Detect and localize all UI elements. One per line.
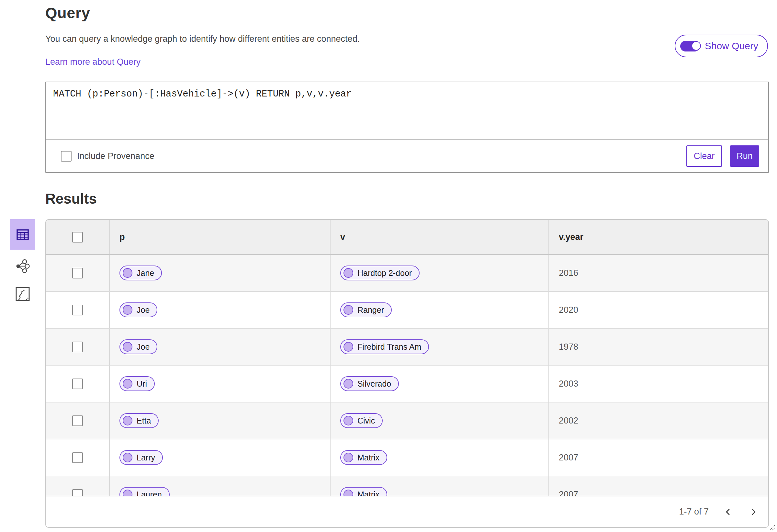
entity-pill-p[interactable]: Joe	[119, 339, 157, 354]
table-row: Joe Firebird Trans Am 1978	[46, 329, 768, 365]
entity-label: Uri	[137, 379, 147, 389]
graph-icon	[15, 259, 30, 273]
table-row: Jane Hardtop 2-door 2016	[46, 255, 768, 292]
node-icon	[343, 305, 353, 315]
node-icon	[123, 490, 132, 496]
entity-label: Silverado	[357, 379, 391, 389]
entity-pill-v[interactable]: Hardtop 2-door	[340, 265, 420, 281]
node-icon	[123, 379, 132, 389]
year-value: 2002	[548, 403, 768, 439]
select-all-checkbox[interactable]	[72, 232, 83, 242]
table-row: Lauren Matrix 2007	[46, 476, 768, 496]
table-icon	[16, 229, 29, 240]
table-row: Joe Ranger 2020	[46, 292, 768, 329]
resize-handle-icon[interactable]	[767, 522, 776, 531]
entity-label: Matrix	[357, 453, 379, 462]
node-icon	[123, 268, 132, 278]
query-panel: MATCH (p:Person)-[:HasVehicle]->(v) RETU…	[45, 82, 769, 173]
entity-pill-p[interactable]: Jane	[119, 265, 162, 281]
query-editor-textarea[interactable]: MATCH (p:Person)-[:HasVehicle]->(v) RETU…	[46, 82, 768, 140]
entity-label: Ranger	[357, 305, 384, 315]
entity-label: Civic	[357, 416, 375, 425]
entity-label: Matrix	[357, 490, 379, 496]
year-value: 1978	[548, 329, 768, 365]
node-icon	[343, 379, 353, 389]
entity-pill-v[interactable]: Matrix	[340, 487, 387, 496]
graph-view-button[interactable]	[10, 255, 35, 278]
node-icon	[343, 453, 353, 462]
query-page: Show Query Query You can query a knowled…	[0, 0, 777, 532]
include-provenance-checkbox[interactable]	[61, 151, 72, 162]
node-icon	[343, 416, 353, 425]
column-header-vyear[interactable]: v.year	[548, 220, 768, 254]
entity-pill-p[interactable]: Uri	[119, 376, 155, 391]
entity-label: Hardtop 2-door	[357, 269, 412, 278]
row-checkbox[interactable]	[72, 489, 83, 496]
toggle-switch-icon[interactable]	[680, 41, 700, 51]
chevron-right-icon	[749, 507, 758, 517]
table-row: Etta Civic 2002	[46, 403, 768, 439]
year-value: 2007	[548, 439, 768, 476]
entity-pill-p[interactable]: Joe	[119, 302, 157, 317]
node-icon	[343, 490, 353, 496]
table-row: Larry Matrix 2007	[46, 439, 768, 476]
pagination-range-label: 1-7 of 7	[679, 507, 709, 517]
show-query-toggle[interactable]: Show Query	[675, 35, 768, 57]
entity-pill-v[interactable]: Matrix	[340, 450, 387, 465]
entity-label: Joe	[137, 342, 149, 352]
page-description: You can query a knowledge graph to ident…	[45, 34, 769, 44]
node-icon	[343, 342, 353, 352]
map-view-button[interactable]	[10, 283, 35, 305]
entity-pill-p[interactable]: Lauren	[119, 487, 170, 496]
run-button[interactable]: Run	[730, 145, 759, 167]
node-icon	[123, 342, 132, 352]
column-header-p[interactable]: p	[109, 220, 330, 254]
table-row: Uri Silverado 2003	[46, 365, 768, 403]
node-icon	[343, 268, 353, 278]
node-icon	[123, 453, 132, 462]
map-icon	[15, 287, 30, 301]
row-checkbox[interactable]	[72, 415, 83, 426]
entity-pill-v[interactable]: Ranger	[340, 302, 392, 317]
entity-pill-p[interactable]: Larry	[119, 450, 163, 465]
node-icon	[123, 305, 132, 315]
table-view-button[interactable]	[10, 219, 35, 250]
row-checkbox[interactable]	[72, 268, 83, 279]
learn-more-link[interactable]: Learn more about Query	[45, 57, 140, 67]
entity-label: Etta	[137, 416, 151, 425]
entity-pill-v[interactable]: Civic	[340, 413, 383, 428]
show-query-label: Show Query	[705, 40, 758, 51]
query-actions-bar: Include Provenance Clear Run	[46, 140, 768, 172]
row-checkbox[interactable]	[72, 342, 83, 352]
entity-label: Joe	[137, 305, 149, 315]
view-switcher-rail	[0, 219, 45, 528]
entity-pill-v[interactable]: Firebird Trans Am	[340, 339, 429, 354]
year-value: 2016	[548, 255, 768, 291]
table-body: Jane Hardtop 2-door 2016 Joe Ranger 2020	[46, 255, 768, 496]
include-provenance-label: Include Provenance	[77, 151, 154, 161]
row-checkbox[interactable]	[72, 379, 83, 389]
entity-pill-p[interactable]: Etta	[119, 413, 158, 428]
chevron-left-icon	[724, 507, 733, 517]
results-title: Results	[45, 191, 769, 207]
clear-button[interactable]: Clear	[686, 145, 722, 167]
results-table: p v v.year Jane Hardtop 2-door 2016 Joe	[45, 219, 769, 528]
column-header-v[interactable]: v	[330, 220, 548, 254]
entity-label: Larry	[137, 453, 155, 462]
page-title: Query	[45, 0, 769, 22]
entity-label: Firebird Trans Am	[357, 342, 421, 352]
entity-label: Lauren	[137, 490, 162, 496]
results-area: p v v.year Jane Hardtop 2-door 2016 Joe	[0, 219, 777, 528]
entity-pill-v[interactable]: Silverado	[340, 376, 399, 391]
table-header-row: p v v.year	[46, 220, 768, 255]
previous-page-button[interactable]	[719, 503, 737, 521]
year-value: 2020	[548, 292, 768, 328]
year-value: 2007	[548, 476, 768, 496]
row-checkbox[interactable]	[72, 305, 83, 315]
entity-label: Jane	[137, 269, 154, 278]
year-value: 2003	[548, 365, 768, 402]
pagination-bar: 1-7 of 7	[46, 496, 768, 527]
row-checkbox[interactable]	[72, 452, 83, 463]
next-page-button[interactable]	[744, 503, 762, 521]
node-icon	[123, 416, 132, 425]
